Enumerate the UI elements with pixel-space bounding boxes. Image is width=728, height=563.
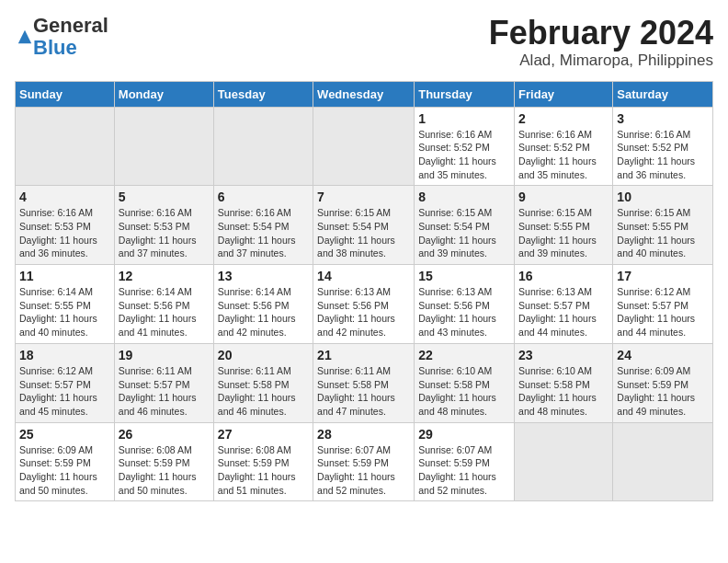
day-number: 23 bbox=[518, 348, 609, 362]
day-info: Sunrise: 6:09 AM Sunset: 5:59 PM Dayligh… bbox=[617, 364, 709, 419]
calendar-title: February 2024 bbox=[489, 15, 713, 52]
day-info: Sunrise: 6:16 AM Sunset: 5:52 PM Dayligh… bbox=[518, 128, 609, 182]
day-number: 29 bbox=[418, 427, 510, 442]
header-sunday: Sunday bbox=[16, 81, 115, 107]
day-number: 1 bbox=[418, 111, 510, 126]
calendar-week-2: 4Sunrise: 6:16 AM Sunset: 5:53 PM Daylig… bbox=[16, 186, 713, 265]
calendar-cell: 27Sunrise: 6:08 AM Sunset: 5:59 PM Dayli… bbox=[213, 422, 313, 501]
day-info: Sunrise: 6:16 AM Sunset: 5:53 PM Dayligh… bbox=[19, 206, 110, 260]
day-info: Sunrise: 6:14 AM Sunset: 5:56 PM Dayligh… bbox=[119, 285, 210, 339]
calendar-cell: 25Sunrise: 6:09 AM Sunset: 5:59 PM Dayli… bbox=[16, 422, 115, 501]
day-number: 4 bbox=[19, 190, 110, 204]
day-info: Sunrise: 6:15 AM Sunset: 5:54 PM Dayligh… bbox=[317, 206, 410, 260]
day-info: Sunrise: 6:12 AM Sunset: 5:57 PM Dayligh… bbox=[617, 285, 709, 339]
calendar-cell: 20Sunrise: 6:11 AM Sunset: 5:58 PM Dayli… bbox=[213, 343, 313, 422]
day-info: Sunrise: 6:11 AM Sunset: 5:58 PM Dayligh… bbox=[218, 364, 309, 419]
day-number: 10 bbox=[617, 190, 709, 204]
header-tuesday: Tuesday bbox=[213, 81, 313, 107]
calendar-cell: 8Sunrise: 6:15 AM Sunset: 5:54 PM Daylig… bbox=[415, 186, 515, 265]
logo: General Blue bbox=[15, 15, 108, 59]
calendar-cell bbox=[213, 107, 313, 186]
calendar-cell: 4Sunrise: 6:16 AM Sunset: 5:53 PM Daylig… bbox=[16, 186, 115, 265]
day-number: 11 bbox=[19, 269, 110, 283]
calendar-header-row: SundayMondayTuesdayWednesdayThursdayFrid… bbox=[16, 81, 713, 107]
day-number: 18 bbox=[19, 348, 110, 362]
calendar-cell: 15Sunrise: 6:13 AM Sunset: 5:56 PM Dayli… bbox=[415, 265, 515, 344]
logo-blue: Blue bbox=[33, 36, 77, 59]
day-number: 12 bbox=[119, 269, 210, 283]
calendar-cell: 1Sunrise: 6:16 AM Sunset: 5:52 PM Daylig… bbox=[415, 107, 515, 186]
calendar-cell: 19Sunrise: 6:11 AM Sunset: 5:57 PM Dayli… bbox=[114, 343, 213, 422]
calendar-cell: 6Sunrise: 6:16 AM Sunset: 5:54 PM Daylig… bbox=[213, 186, 313, 265]
day-number: 2 bbox=[518, 111, 609, 126]
day-info: Sunrise: 6:15 AM Sunset: 5:55 PM Dayligh… bbox=[518, 206, 609, 260]
day-number: 16 bbox=[518, 269, 609, 283]
calendar-cell: 9Sunrise: 6:15 AM Sunset: 5:55 PM Daylig… bbox=[515, 186, 613, 265]
calendar-cell: 10Sunrise: 6:15 AM Sunset: 5:55 PM Dayli… bbox=[613, 186, 713, 265]
day-info: Sunrise: 6:15 AM Sunset: 5:55 PM Dayligh… bbox=[617, 206, 709, 260]
day-info: Sunrise: 6:16 AM Sunset: 5:52 PM Dayligh… bbox=[418, 128, 510, 182]
day-info: Sunrise: 6:07 AM Sunset: 5:59 PM Dayligh… bbox=[317, 443, 410, 498]
day-number: 28 bbox=[317, 427, 410, 442]
calendar-cell: 17Sunrise: 6:12 AM Sunset: 5:57 PM Dayli… bbox=[613, 265, 713, 344]
calendar-cell: 28Sunrise: 6:07 AM Sunset: 5:59 PM Dayli… bbox=[313, 422, 415, 501]
day-info: Sunrise: 6:10 AM Sunset: 5:58 PM Dayligh… bbox=[518, 364, 609, 419]
calendar-subtitle: Alad, Mimaropa, Philippines bbox=[489, 52, 713, 70]
day-number: 17 bbox=[617, 269, 709, 283]
title-block: February 2024 Alad, Mimaropa, Philippine… bbox=[489, 15, 713, 70]
calendar-cell bbox=[313, 107, 415, 186]
calendar-week-3: 11Sunrise: 6:14 AM Sunset: 5:55 PM Dayli… bbox=[16, 265, 713, 344]
calendar-cell: 11Sunrise: 6:14 AM Sunset: 5:55 PM Dayli… bbox=[16, 265, 115, 344]
calendar-cell bbox=[114, 107, 213, 186]
day-number: 26 bbox=[119, 427, 210, 442]
day-info: Sunrise: 6:16 AM Sunset: 5:52 PM Dayligh… bbox=[617, 128, 709, 182]
calendar-cell: 18Sunrise: 6:12 AM Sunset: 5:57 PM Dayli… bbox=[16, 343, 115, 422]
day-number: 21 bbox=[317, 348, 410, 362]
header-thursday: Thursday bbox=[415, 81, 515, 107]
calendar-cell: 21Sunrise: 6:11 AM Sunset: 5:58 PM Dayli… bbox=[313, 343, 415, 422]
day-info: Sunrise: 6:13 AM Sunset: 5:57 PM Dayligh… bbox=[518, 285, 609, 339]
calendar-cell: 22Sunrise: 6:10 AM Sunset: 5:58 PM Dayli… bbox=[415, 343, 515, 422]
day-info: Sunrise: 6:09 AM Sunset: 5:59 PM Dayligh… bbox=[19, 443, 110, 498]
day-info: Sunrise: 6:14 AM Sunset: 5:56 PM Dayligh… bbox=[218, 285, 309, 339]
day-info: Sunrise: 6:13 AM Sunset: 5:56 PM Dayligh… bbox=[317, 285, 410, 339]
calendar-week-1: 1Sunrise: 6:16 AM Sunset: 5:52 PM Daylig… bbox=[16, 107, 713, 186]
day-info: Sunrise: 6:08 AM Sunset: 5:59 PM Dayligh… bbox=[119, 443, 210, 498]
day-info: Sunrise: 6:14 AM Sunset: 5:55 PM Dayligh… bbox=[19, 285, 110, 339]
logo-text: General Blue bbox=[33, 15, 108, 59]
calendar-cell: 29Sunrise: 6:07 AM Sunset: 5:59 PM Dayli… bbox=[415, 422, 515, 501]
day-info: Sunrise: 6:16 AM Sunset: 5:54 PM Dayligh… bbox=[218, 206, 309, 260]
calendar-week-4: 18Sunrise: 6:12 AM Sunset: 5:57 PM Dayli… bbox=[16, 343, 713, 422]
calendar-table: SundayMondayTuesdayWednesdayThursdayFrid… bbox=[15, 81, 713, 502]
logo-general: General bbox=[33, 14, 108, 37]
svg-marker-0 bbox=[18, 30, 31, 43]
calendar-week-5: 25Sunrise: 6:09 AM Sunset: 5:59 PM Dayli… bbox=[16, 422, 713, 501]
day-info: Sunrise: 6:13 AM Sunset: 5:56 PM Dayligh… bbox=[418, 285, 510, 339]
calendar-cell: 12Sunrise: 6:14 AM Sunset: 5:56 PM Dayli… bbox=[114, 265, 213, 344]
day-number: 5 bbox=[119, 190, 210, 204]
calendar-cell bbox=[16, 107, 115, 186]
day-number: 8 bbox=[418, 190, 510, 204]
calendar-cell: 23Sunrise: 6:10 AM Sunset: 5:58 PM Dayli… bbox=[515, 343, 613, 422]
day-info: Sunrise: 6:10 AM Sunset: 5:58 PM Dayligh… bbox=[418, 364, 510, 419]
day-info: Sunrise: 6:11 AM Sunset: 5:57 PM Dayligh… bbox=[119, 364, 210, 419]
day-number: 9 bbox=[518, 190, 609, 204]
page-header: General Blue February 2024 Alad, Mimarop… bbox=[15, 15, 713, 70]
header-monday: Monday bbox=[114, 81, 213, 107]
day-number: 22 bbox=[418, 348, 510, 362]
day-number: 19 bbox=[119, 348, 210, 362]
header-saturday: Saturday bbox=[613, 81, 713, 107]
day-info: Sunrise: 6:11 AM Sunset: 5:58 PM Dayligh… bbox=[317, 364, 410, 419]
day-number: 20 bbox=[218, 348, 309, 362]
day-number: 6 bbox=[218, 190, 309, 204]
day-info: Sunrise: 6:15 AM Sunset: 5:54 PM Dayligh… bbox=[418, 206, 510, 260]
day-number: 14 bbox=[317, 269, 410, 283]
logo-icon bbox=[17, 29, 33, 45]
calendar-cell: 14Sunrise: 6:13 AM Sunset: 5:56 PM Dayli… bbox=[313, 265, 415, 344]
day-number: 25 bbox=[19, 427, 110, 442]
header-friday: Friday bbox=[515, 81, 613, 107]
day-number: 7 bbox=[317, 190, 410, 204]
day-number: 3 bbox=[617, 111, 709, 126]
calendar-cell bbox=[515, 422, 613, 501]
day-info: Sunrise: 6:12 AM Sunset: 5:57 PM Dayligh… bbox=[19, 364, 110, 419]
